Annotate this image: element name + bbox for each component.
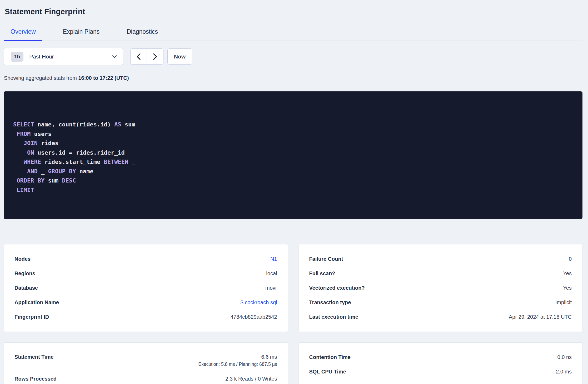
card-row: Regionslocal [14, 266, 277, 281]
card-row: Databasemovr [14, 281, 277, 295]
sql-keyword: GROUP BY [48, 168, 76, 175]
sql-line: WHERE rides.start_time BETWEEN _ [13, 157, 573, 167]
tab-bar: Overview Explain Plans Diagnostics [4, 28, 582, 41]
sql-text [13, 159, 24, 165]
tab-overview[interactable]: Overview [4, 28, 42, 41]
card-row: Last execution timeApr 29, 2024 at 17:18… [309, 310, 572, 324]
sql-text [13, 187, 17, 193]
card-row: Application Name$ cockroach sql [14, 295, 277, 310]
sql-text: sum [121, 121, 135, 128]
sql-text: sum [44, 177, 62, 184]
card-row-label: Full scan? [309, 270, 335, 277]
card-execution-attributes: Failure Count0Full scan?YesVectorized ex… [298, 244, 583, 332]
time-range-step-group [130, 48, 163, 65]
sql-keyword: FROM [17, 131, 31, 137]
card-row-value: Yes [563, 270, 572, 276]
card-row-value-block: $ cockroach sql [241, 299, 277, 306]
card-row-label: Transaction type [309, 299, 351, 306]
sql-keyword: LIMIT [17, 187, 34, 193]
card-row: Rows Processed2.3 k Reads / 0 Writes [14, 372, 277, 384]
card-row: SQL CPU Time2.0 ms [309, 365, 572, 379]
sql-line: AND _ GROUP BY name [13, 167, 573, 176]
card-row-value-block: Implicit [555, 299, 572, 306]
card-row-value: 6.6 ms [261, 354, 277, 360]
sql-text: name [76, 168, 93, 175]
sql-line: ON users.id = rides.rider_id [13, 148, 573, 157]
previous-time-range-button[interactable] [131, 49, 147, 64]
time-range-badge: 1h [11, 52, 23, 62]
page: Statement Fingerprint Overview Explain P… [0, 0, 588, 384]
card-row-label: Nodes [14, 256, 31, 262]
sql-text [13, 149, 27, 156]
card-row-value-block: 2.0 ms [556, 369, 572, 375]
card-row-value: movr [265, 285, 277, 291]
card-row: Transaction typeImplicit [309, 295, 572, 310]
sql-keyword: AND [27, 168, 38, 175]
aggregated-stats-prefix: Showing aggregated stats from [4, 75, 78, 81]
card-row-link[interactable]: N1 [270, 256, 277, 262]
sql-text [13, 168, 27, 175]
next-time-range-button[interactable] [147, 49, 163, 64]
card-row: Vectorized execution?Yes [309, 281, 572, 295]
card-row-value: 0 [569, 256, 572, 262]
card-row-value-block: Yes [563, 270, 572, 277]
time-controls: 1h Past Hour Now [4, 48, 582, 65]
card-row-label: Contention Time [309, 354, 351, 360]
card-row-value-block: Apr 29, 2024 at 17:18 UTC [509, 314, 572, 320]
tab-explain-plans[interactable]: Explain Plans [57, 28, 106, 41]
sql-line: FROM users [13, 129, 573, 139]
card-row-value-block: 2.3 k Reads / 0 Writes [225, 376, 277, 382]
card-row: NodesN1 [14, 252, 277, 266]
card-row-label: Vectorized execution? [309, 285, 365, 291]
sql-keyword: JOIN [24, 140, 38, 146]
aggregated-stats-line: Showing aggregated stats from 16:00 to 1… [4, 75, 582, 81]
card-row-value: 0.0 ns [557, 354, 572, 360]
card-row-value: local [266, 270, 277, 276]
card-row-value: Yes [563, 285, 572, 291]
sql-text: name, count(rides.id) [34, 121, 114, 128]
card-statement-times: Statement Time6.6 msExecution: 5.8 ms / … [4, 342, 288, 384]
card-row: Client Wait Time0.0 ns [309, 379, 572, 384]
time-range-dropdown[interactable]: 1h Past Hour [4, 48, 123, 65]
time-range-label: Past Hour [29, 53, 112, 60]
sql-keyword: ORDER BY [17, 177, 44, 184]
sql-line: ORDER BY sum DESC [13, 176, 573, 185]
sql-text: rides [38, 140, 58, 146]
card-row-link[interactable]: $ cockroach sql [241, 299, 277, 305]
sql-text [13, 131, 17, 137]
sql-keyword: ON [27, 149, 34, 156]
card-row-value: 2.3 k Reads / 0 Writes [225, 376, 277, 382]
sql-text [13, 140, 24, 146]
card-row-value-block: 4784cb829aab2542 [231, 314, 277, 320]
sql-keyword: BETWEEN [104, 159, 128, 165]
card-row-value-block: local [266, 270, 277, 277]
card-row-value-block: 0.0 ns [557, 354, 572, 360]
card-row: Full scan?Yes [309, 266, 572, 281]
card-row-label: Database [14, 285, 38, 291]
chevron-left-icon [136, 53, 141, 60]
sql-text: users [31, 131, 51, 137]
card-row-label: Rows Processed [14, 376, 57, 382]
sql-text: _ [38, 168, 48, 175]
sql-line: SELECT name, count(rides.id) AS sum [13, 120, 573, 129]
card-row-value: Apr 29, 2024 at 17:18 UTC [509, 314, 572, 320]
card-row-label: Application Name [14, 299, 59, 306]
card-row-value: Implicit [555, 299, 572, 305]
chevron-right-icon [153, 53, 157, 60]
sql-keyword: AS [114, 121, 121, 128]
card-row-label: Regions [14, 270, 35, 277]
card-row: Statement Time6.6 msExecution: 5.8 ms / … [14, 350, 277, 372]
tab-diagnostics[interactable]: Diagnostics [120, 28, 164, 41]
card-row-value-block: 0 [569, 256, 572, 262]
card-row-value-block: Yes [563, 285, 572, 291]
card-row-value-block: N1 [270, 256, 277, 262]
sql-text: users.id = rides.rider_id [34, 149, 124, 156]
card-overview-details: NodesN1RegionslocalDatabasemovrApplicati… [4, 244, 288, 332]
card-row-label: Fingerprint ID [14, 314, 49, 320]
sql-statement-box: SELECT name, count(rides.id) AS sum FROM… [4, 91, 582, 219]
card-row: Failure Count0 [309, 252, 572, 266]
now-button[interactable]: Now [167, 48, 192, 65]
card-wait-times: Contention Time0.0 nsSQL CPU Time2.0 msC… [298, 342, 583, 384]
sql-text: _ [34, 187, 41, 193]
card-row-label: Last execution time [309, 314, 358, 320]
